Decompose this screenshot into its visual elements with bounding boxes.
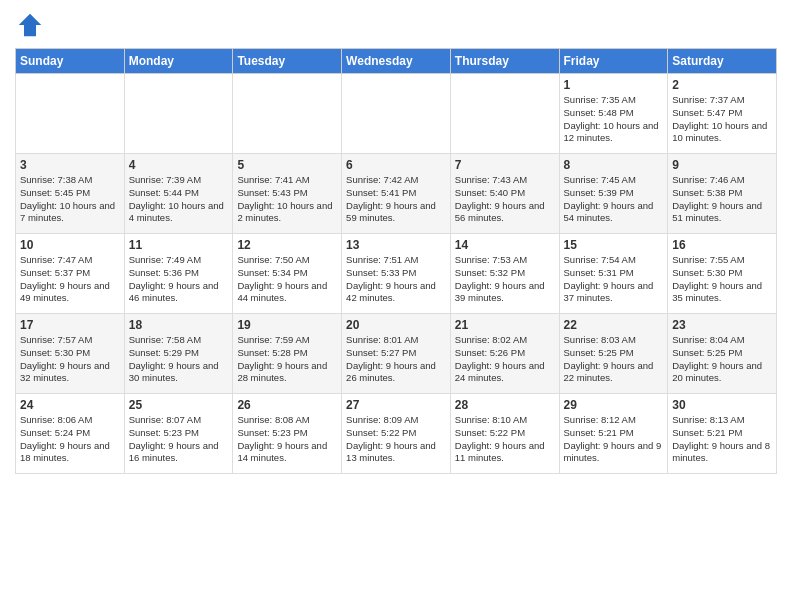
header-row: SundayMondayTuesdayWednesdayThursdayFrid… [16, 49, 777, 74]
calendar-cell [450, 74, 559, 154]
day-number: 11 [129, 238, 229, 252]
day-number: 18 [129, 318, 229, 332]
calendar-cell: 20Sunrise: 8:01 AM Sunset: 5:27 PM Dayli… [342, 314, 451, 394]
calendar-table: SundayMondayTuesdayWednesdayThursdayFrid… [15, 48, 777, 474]
cell-content: Sunrise: 7:50 AM Sunset: 5:34 PM Dayligh… [237, 254, 337, 305]
calendar-cell: 11Sunrise: 7:49 AM Sunset: 5:36 PM Dayli… [124, 234, 233, 314]
calendar-cell: 7Sunrise: 7:43 AM Sunset: 5:40 PM Daylig… [450, 154, 559, 234]
day-number: 7 [455, 158, 555, 172]
calendar-cell: 5Sunrise: 7:41 AM Sunset: 5:43 PM Daylig… [233, 154, 342, 234]
cell-content: Sunrise: 7:38 AM Sunset: 5:45 PM Dayligh… [20, 174, 120, 225]
week-row-1: 1Sunrise: 7:35 AM Sunset: 5:48 PM Daylig… [16, 74, 777, 154]
day-number: 13 [346, 238, 446, 252]
page-header [15, 10, 777, 40]
calendar-cell: 27Sunrise: 8:09 AM Sunset: 5:22 PM Dayli… [342, 394, 451, 474]
calendar-cell: 10Sunrise: 7:47 AM Sunset: 5:37 PM Dayli… [16, 234, 125, 314]
day-number: 24 [20, 398, 120, 412]
week-row-3: 10Sunrise: 7:47 AM Sunset: 5:37 PM Dayli… [16, 234, 777, 314]
cell-content: Sunrise: 7:45 AM Sunset: 5:39 PM Dayligh… [564, 174, 664, 225]
calendar-cell [233, 74, 342, 154]
day-number: 28 [455, 398, 555, 412]
calendar-cell [124, 74, 233, 154]
header-day-monday: Monday [124, 49, 233, 74]
calendar-cell: 23Sunrise: 8:04 AM Sunset: 5:25 PM Dayli… [668, 314, 777, 394]
calendar-cell: 9Sunrise: 7:46 AM Sunset: 5:38 PM Daylig… [668, 154, 777, 234]
day-number: 12 [237, 238, 337, 252]
day-number: 9 [672, 158, 772, 172]
day-number: 27 [346, 398, 446, 412]
day-number: 29 [564, 398, 664, 412]
calendar-cell: 12Sunrise: 7:50 AM Sunset: 5:34 PM Dayli… [233, 234, 342, 314]
calendar-cell: 15Sunrise: 7:54 AM Sunset: 5:31 PM Dayli… [559, 234, 668, 314]
calendar-cell: 29Sunrise: 8:12 AM Sunset: 5:21 PM Dayli… [559, 394, 668, 474]
day-number: 26 [237, 398, 337, 412]
logo [15, 10, 49, 40]
cell-content: Sunrise: 8:13 AM Sunset: 5:21 PM Dayligh… [672, 414, 772, 465]
day-number: 2 [672, 78, 772, 92]
calendar-cell [342, 74, 451, 154]
day-number: 15 [564, 238, 664, 252]
header-day-wednesday: Wednesday [342, 49, 451, 74]
cell-content: Sunrise: 7:41 AM Sunset: 5:43 PM Dayligh… [237, 174, 337, 225]
calendar-cell: 26Sunrise: 8:08 AM Sunset: 5:23 PM Dayli… [233, 394, 342, 474]
cell-content: Sunrise: 8:06 AM Sunset: 5:24 PM Dayligh… [20, 414, 120, 465]
cell-content: Sunrise: 7:42 AM Sunset: 5:41 PM Dayligh… [346, 174, 446, 225]
day-number: 23 [672, 318, 772, 332]
day-number: 5 [237, 158, 337, 172]
calendar-cell: 19Sunrise: 7:59 AM Sunset: 5:28 PM Dayli… [233, 314, 342, 394]
header-day-thursday: Thursday [450, 49, 559, 74]
day-number: 4 [129, 158, 229, 172]
cell-content: Sunrise: 7:59 AM Sunset: 5:28 PM Dayligh… [237, 334, 337, 385]
calendar-cell: 13Sunrise: 7:51 AM Sunset: 5:33 PM Dayli… [342, 234, 451, 314]
day-number: 1 [564, 78, 664, 92]
calendar-cell: 2Sunrise: 7:37 AM Sunset: 5:47 PM Daylig… [668, 74, 777, 154]
cell-content: Sunrise: 8:04 AM Sunset: 5:25 PM Dayligh… [672, 334, 772, 385]
day-number: 14 [455, 238, 555, 252]
calendar-header: SundayMondayTuesdayWednesdayThursdayFrid… [16, 49, 777, 74]
header-day-friday: Friday [559, 49, 668, 74]
header-day-tuesday: Tuesday [233, 49, 342, 74]
cell-content: Sunrise: 7:37 AM Sunset: 5:47 PM Dayligh… [672, 94, 772, 145]
cell-content: Sunrise: 7:51 AM Sunset: 5:33 PM Dayligh… [346, 254, 446, 305]
day-number: 21 [455, 318, 555, 332]
day-number: 16 [672, 238, 772, 252]
week-row-4: 17Sunrise: 7:57 AM Sunset: 5:30 PM Dayli… [16, 314, 777, 394]
calendar-cell: 30Sunrise: 8:13 AM Sunset: 5:21 PM Dayli… [668, 394, 777, 474]
calendar-body: 1Sunrise: 7:35 AM Sunset: 5:48 PM Daylig… [16, 74, 777, 474]
day-number: 8 [564, 158, 664, 172]
svg-marker-0 [19, 14, 42, 37]
cell-content: Sunrise: 8:07 AM Sunset: 5:23 PM Dayligh… [129, 414, 229, 465]
calendar-cell: 18Sunrise: 7:58 AM Sunset: 5:29 PM Dayli… [124, 314, 233, 394]
calendar-cell: 24Sunrise: 8:06 AM Sunset: 5:24 PM Dayli… [16, 394, 125, 474]
cell-content: Sunrise: 7:47 AM Sunset: 5:37 PM Dayligh… [20, 254, 120, 305]
day-number: 25 [129, 398, 229, 412]
calendar-cell: 25Sunrise: 8:07 AM Sunset: 5:23 PM Dayli… [124, 394, 233, 474]
calendar-cell: 17Sunrise: 7:57 AM Sunset: 5:30 PM Dayli… [16, 314, 125, 394]
cell-content: Sunrise: 8:03 AM Sunset: 5:25 PM Dayligh… [564, 334, 664, 385]
cell-content: Sunrise: 7:43 AM Sunset: 5:40 PM Dayligh… [455, 174, 555, 225]
calendar-cell: 16Sunrise: 7:55 AM Sunset: 5:30 PM Dayli… [668, 234, 777, 314]
day-number: 30 [672, 398, 772, 412]
calendar-cell: 3Sunrise: 7:38 AM Sunset: 5:45 PM Daylig… [16, 154, 125, 234]
day-number: 20 [346, 318, 446, 332]
cell-content: Sunrise: 7:49 AM Sunset: 5:36 PM Dayligh… [129, 254, 229, 305]
cell-content: Sunrise: 8:02 AM Sunset: 5:26 PM Dayligh… [455, 334, 555, 385]
cell-content: Sunrise: 8:09 AM Sunset: 5:22 PM Dayligh… [346, 414, 446, 465]
header-day-saturday: Saturday [668, 49, 777, 74]
week-row-5: 24Sunrise: 8:06 AM Sunset: 5:24 PM Dayli… [16, 394, 777, 474]
cell-content: Sunrise: 7:58 AM Sunset: 5:29 PM Dayligh… [129, 334, 229, 385]
cell-content: Sunrise: 8:12 AM Sunset: 5:21 PM Dayligh… [564, 414, 664, 465]
cell-content: Sunrise: 7:39 AM Sunset: 5:44 PM Dayligh… [129, 174, 229, 225]
calendar-cell: 4Sunrise: 7:39 AM Sunset: 5:44 PM Daylig… [124, 154, 233, 234]
day-number: 3 [20, 158, 120, 172]
cell-content: Sunrise: 7:35 AM Sunset: 5:48 PM Dayligh… [564, 94, 664, 145]
day-number: 6 [346, 158, 446, 172]
calendar-cell: 8Sunrise: 7:45 AM Sunset: 5:39 PM Daylig… [559, 154, 668, 234]
calendar-cell: 28Sunrise: 8:10 AM Sunset: 5:22 PM Dayli… [450, 394, 559, 474]
cell-content: Sunrise: 7:55 AM Sunset: 5:30 PM Dayligh… [672, 254, 772, 305]
calendar-cell: 14Sunrise: 7:53 AM Sunset: 5:32 PM Dayli… [450, 234, 559, 314]
calendar-cell: 22Sunrise: 8:03 AM Sunset: 5:25 PM Dayli… [559, 314, 668, 394]
cell-content: Sunrise: 7:46 AM Sunset: 5:38 PM Dayligh… [672, 174, 772, 225]
cell-content: Sunrise: 8:01 AM Sunset: 5:27 PM Dayligh… [346, 334, 446, 385]
week-row-2: 3Sunrise: 7:38 AM Sunset: 5:45 PM Daylig… [16, 154, 777, 234]
